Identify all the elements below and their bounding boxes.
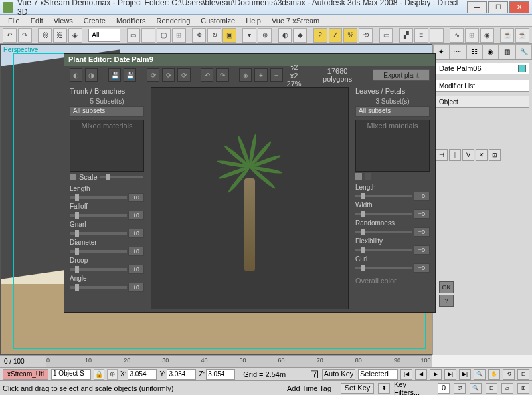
trunk-mat-picker-icon[interactable]	[70, 174, 76, 180]
menu-views[interactable]: Views	[48, 17, 78, 25]
leaves-flexibility-value[interactable]: +0	[414, 245, 430, 255]
bind-button[interactable]: ◈	[68, 28, 82, 43]
x-coord-input[interactable]	[128, 369, 157, 380]
pin-stack-button[interactable]: ⊣	[436, 149, 448, 161]
modifier-stack-item[interactable]: Object	[436, 96, 529, 108]
trunk-length-value[interactable]: +0	[128, 193, 144, 202]
snap-angle-button[interactable]: ∠	[329, 28, 343, 43]
cmd-tab-display[interactable]: ▥	[499, 44, 515, 59]
key-filters-button[interactable]: Key Filters...	[394, 380, 434, 396]
leaves-length-slider[interactable]	[355, 195, 412, 198]
move-button[interactable]: ✥	[192, 28, 206, 43]
trunk-diameter-slider[interactable]	[70, 250, 127, 253]
material-button[interactable]: ◉	[480, 28, 494, 43]
nav-max-button[interactable]: ⊡	[517, 369, 529, 380]
timeline[interactable]: 0 / 100 0 10 20 30 40 50 60 70 80 90 100	[0, 355, 432, 367]
manip-button[interactable]: ◐	[278, 28, 292, 43]
menu-create[interactable]: Create	[78, 17, 111, 25]
menu-rendering[interactable]: Rendering	[151, 17, 196, 25]
z-coord-input[interactable]	[206, 369, 235, 380]
pe-new-button[interactable]: ◐	[70, 68, 82, 82]
mirror-button[interactable]: ▞	[399, 28, 413, 43]
trunk-angle-slider[interactable]	[70, 286, 127, 289]
menu-edit[interactable]: Edit	[25, 17, 48, 25]
selection-filter-combo[interactable]: All	[88, 29, 120, 42]
snap-pct-button[interactable]: %	[343, 28, 357, 43]
pe-refresh2-button[interactable]: ⟳	[162, 68, 175, 82]
pe-help-button[interactable]: ?	[439, 295, 454, 307]
export-plant-button[interactable]: Export plant	[373, 69, 430, 81]
trunk-length-slider[interactable]	[70, 196, 127, 199]
curve-editor-button[interactable]: ∿	[450, 28, 464, 43]
nav-maxtoggle-button[interactable]: ⊞	[517, 383, 529, 394]
leaves-width-value[interactable]: +0	[414, 209, 430, 219]
trunk-droop-value[interactable]: +0	[128, 265, 144, 274]
leaves-length-value[interactable]: +0	[414, 192, 430, 201]
window-crossing-button[interactable]: ⊞	[172, 28, 186, 43]
lock-button[interactable]: 🔒	[94, 369, 104, 380]
nav-zoomall-button[interactable]: ⊡	[486, 383, 497, 394]
xstream-button[interactable]: xStream_Uti	[3, 369, 48, 380]
menu-help[interactable]: Help	[240, 17, 266, 25]
key-nudge-button[interactable]: ⬍	[378, 383, 390, 394]
object-name-field[interactable]: Date Palm06	[436, 63, 529, 74]
make-unique-button[interactable]: ∀	[462, 149, 474, 161]
trunk-material-box[interactable]: Mixed materials	[70, 120, 144, 172]
leaves-mat-picker2-icon[interactable]	[365, 173, 371, 180]
cmd-tab-utilities[interactable]: 🔧	[515, 44, 532, 59]
trunk-gnarl-value[interactable]: +0	[128, 229, 144, 238]
trunk-falloff-value[interactable]: +0	[128, 211, 144, 220]
center-button[interactable]: ⊕	[258, 28, 272, 43]
trunk-falloff-slider[interactable]	[70, 214, 127, 217]
menu-vue[interactable]: Vue 7 xStream	[266, 17, 325, 25]
snap-2d-button[interactable]: 2	[313, 28, 327, 43]
leaves-subsets-combo[interactable]: All subsets	[355, 106, 430, 117]
pe-refresh1-button[interactable]: ⟳	[147, 68, 159, 82]
pe-refresh3-button[interactable]: ⟳	[177, 68, 190, 82]
time-config-button[interactable]: ⏱	[454, 383, 466, 394]
refcoord-button[interactable]: ▾	[242, 28, 256, 43]
y-coord-input[interactable]	[167, 369, 196, 380]
redo-button[interactable]: ↷	[18, 28, 32, 43]
nav-pan-button[interactable]: ✋	[488, 369, 500, 380]
goto-end-button[interactable]: ▶|	[459, 369, 471, 380]
goto-start-button[interactable]: |◀	[400, 369, 412, 380]
configure-button[interactable]: ⊡	[489, 149, 501, 161]
menu-customize[interactable]: Customize	[195, 17, 240, 25]
setkey-button[interactable]: Set Key	[341, 383, 374, 394]
layer-button[interactable]: ☰	[430, 28, 444, 43]
nav-zoom2-button[interactable]: 🔍	[470, 383, 482, 394]
prev-frame-button[interactable]: ◀	[415, 369, 427, 380]
menu-modifiers[interactable]: Modifiers	[111, 17, 151, 25]
undo-button[interactable]: ↶	[3, 28, 17, 43]
nav-fov-button[interactable]: ▱	[501, 383, 513, 394]
cmd-tab-hierarchy[interactable]: ☷	[466, 44, 483, 59]
leaves-width-slider[interactable]	[355, 213, 412, 215]
quick-render-button[interactable]: ☕	[515, 28, 529, 43]
select-rect-button[interactable]: ▢	[157, 28, 171, 43]
trunk-angle-value[interactable]: +0	[128, 283, 144, 292]
timeline-ruler[interactable]: 0 10 20 30 40 50 60 70 80 90 100	[46, 356, 432, 367]
cmd-tab-modify[interactable]: 〰	[450, 44, 466, 59]
link-button[interactable]: ⛓	[38, 28, 52, 43]
next-frame-button[interactable]: ▶|	[444, 369, 456, 380]
pe-zoomin-button[interactable]: +	[254, 68, 267, 82]
cmd-tab-motion[interactable]: ◉	[482, 44, 499, 59]
pe-tool1-button[interactable]: ◈	[239, 68, 252, 82]
leaves-curl-slider[interactable]	[355, 267, 412, 269]
close-button[interactable]: ✕	[509, 1, 529, 13]
align-button[interactable]: ≡	[414, 28, 428, 43]
leaves-curl-value[interactable]: +0	[414, 263, 430, 273]
plant-preview[interactable]	[151, 87, 349, 309]
keymode-combo[interactable]: Selected	[358, 369, 398, 380]
pe-undo-button[interactable]: ↶	[201, 68, 213, 82]
modifier-list-combo[interactable]: Modifier List	[436, 80, 529, 92]
remove-mod-button[interactable]: ✕	[476, 149, 488, 161]
snap-spinner-button[interactable]: ⟲	[359, 28, 373, 43]
play-button[interactable]: ▶	[430, 369, 442, 380]
minimize-button[interactable]: —	[467, 1, 487, 13]
menu-file[interactable]: File	[3, 17, 25, 25]
nav-zoom-button[interactable]: 🔍	[474, 369, 486, 380]
rotate-button[interactable]: ↻	[207, 28, 221, 43]
pe-saveas-button[interactable]: 💾	[124, 68, 136, 82]
